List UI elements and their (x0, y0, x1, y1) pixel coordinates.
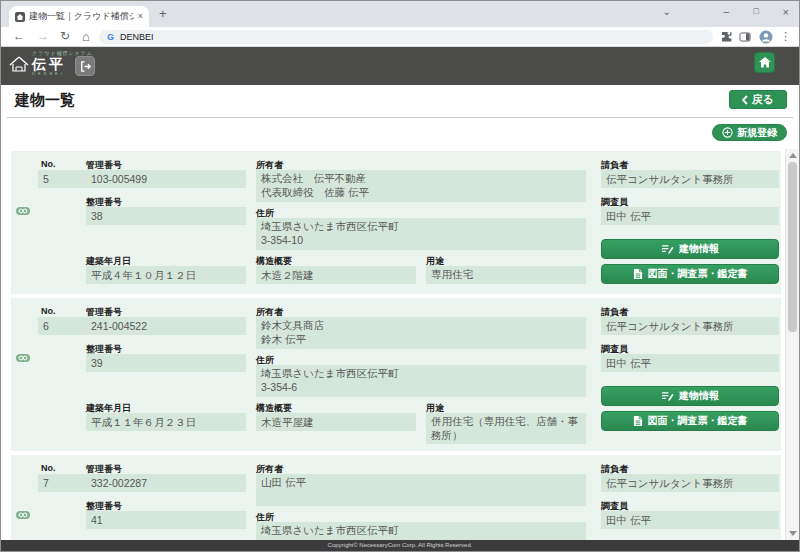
favicon-denbei-icon (15, 12, 25, 22)
contractor-value: 伝平コンサルタント事務所 (601, 170, 779, 188)
no-value: 5 (38, 170, 88, 188)
building-info-label: 建物情報 (679, 389, 719, 403)
contractor-value: 伝平コンサルタント事務所 (601, 317, 779, 335)
surveyor-value: 田中 伝平 (601, 354, 779, 372)
no-value: 7 (38, 474, 88, 492)
url-text: DENBEI (120, 32, 154, 42)
logout-icon (79, 60, 92, 73)
window-close-button[interactable]: × (783, 7, 789, 18)
chevron-left-icon (742, 95, 748, 105)
usage-value: 併用住宅（専用住宅、店舗・事務所） (426, 413, 586, 444)
built-date-value: 平成１１年６月２３日 (86, 413, 246, 431)
reload-icon[interactable]: ↻ (60, 29, 70, 45)
new-tab-button[interactable]: + (159, 6, 167, 21)
back-icon[interactable]: ← (13, 29, 25, 45)
tab-close-icon[interactable]: × (138, 12, 143, 21)
scroll-down-icon[interactable] (789, 531, 797, 536)
window-maximize-button[interactable]: □ (754, 7, 759, 16)
address-value: 埼玉県さいたま市西区伝平町 3-354-10 (256, 218, 586, 250)
new-registration-label: 新規登録 (737, 126, 777, 140)
browser-toolbar: ← → ↻ ⌂ G DENBEI ⋮ (1, 27, 799, 47)
owner-value: 山田 伝平 (256, 474, 586, 506)
tab-title: 建物一覧｜クラウド補償システム 伝平 (29, 10, 134, 23)
forward-icon[interactable]: → (37, 29, 49, 45)
ref-no-value: 38 (86, 207, 246, 225)
browser-home-icon[interactable]: ⌂ (82, 29, 90, 46)
usage-value: 専用住宅 (426, 266, 586, 284)
contractor-value: 伝平コンサルタント事務所 (601, 474, 779, 492)
document-icon (633, 415, 643, 427)
home-icon (759, 57, 771, 68)
profile-avatar[interactable] (759, 30, 773, 44)
house-logo-icon (9, 56, 29, 72)
back-button-label: 戻る (752, 92, 774, 107)
google-icon: G (107, 33, 114, 42)
app-home-button[interactable] (754, 52, 775, 73)
mgmt-no-value: 241-004522 (86, 317, 246, 335)
building-record: No. 6 管理番号 241-004522 整理番号 39 所有者 鈴木文具商店… (11, 298, 781, 451)
no-label: No. (41, 306, 56, 316)
title-divider (7, 117, 793, 118)
app-header: クラウド補償システム 伝平 DENBEI (1, 47, 799, 85)
copyright-footer: Copyright© NecessaryCom Corp. All Rights… (1, 540, 799, 551)
back-button[interactable]: 戻る (729, 90, 787, 109)
window-minimize-button[interactable]: – (723, 7, 729, 17)
building-record: No. 5 管理番号 103-005499 整理番号 38 所有者 株式会社 伝… (11, 151, 781, 294)
built-date-value: 平成４年１０月１２日 (86, 266, 246, 284)
side-panel-icon[interactable] (739, 31, 751, 43)
documents-button[interactable]: 図面・調査票・鑑定書 (601, 411, 779, 431)
address-bar[interactable]: G DENBEI (99, 30, 713, 44)
owner-value: 鈴木文具商店 鈴木 伝平 (256, 317, 586, 349)
scrollbar-thumb[interactable] (788, 162, 797, 332)
building-info-button[interactable]: 建物情報 (601, 386, 779, 406)
documents-button[interactable]: 図面・調査票・鑑定書 (601, 264, 779, 284)
building-list: No. 5 管理番号 103-005499 整理番号 38 所有者 株式会社 伝… (1, 149, 799, 540)
structure-value: 木造２階建 (256, 266, 416, 284)
no-label: No. (41, 463, 56, 473)
page-content: 建物一覧 戻る 新規登録 No. 5 管理番号 103-005499 整理番号 … (1, 85, 799, 540)
building-info-label: 建物情報 (679, 242, 719, 256)
mgmt-no-value: 332-002287 (86, 474, 246, 492)
browser-menu-icon[interactable]: ⋮ (780, 30, 791, 42)
ref-no-value: 39 (86, 354, 246, 372)
scroll-up-icon[interactable] (789, 153, 797, 158)
documents-label: 図面・調査票・鑑定書 (648, 414, 748, 428)
surveyor-value: 田中 伝平 (601, 207, 779, 225)
building-record: No. 7 管理番号 332-002287 整理番号 41 所有者 山田 伝平 … (11, 455, 781, 540)
building-info-button[interactable]: 建物情報 (601, 239, 779, 259)
structure-value: 木造平屋建 (256, 413, 416, 431)
ref-no-value: 41 (86, 511, 246, 529)
page-title: 建物一覧 (15, 91, 75, 110)
edit-list-icon (661, 244, 674, 255)
logout-button[interactable] (75, 56, 95, 76)
link-icon (16, 207, 30, 215)
documents-label: 図面・調査票・鑑定書 (648, 267, 748, 281)
link-icon (16, 354, 30, 362)
surveyor-value: 田中 伝平 (601, 511, 779, 529)
browser-tab-bar: 建物一覧｜クラウド補償システム 伝平 × + ⌄ – □ × (1, 1, 799, 27)
edit-list-icon (661, 391, 674, 402)
link-icon (16, 511, 30, 519)
no-value: 6 (38, 317, 88, 335)
plus-circle-icon (722, 127, 733, 138)
no-label: No. (41, 159, 56, 169)
owner-value: 株式会社 伝平不動産 代表取締役 佐藤 伝平 (256, 170, 586, 202)
new-registration-button[interactable]: 新規登録 (712, 124, 787, 141)
vertical-scrollbar[interactable] (785, 149, 799, 540)
extensions-icon[interactable] (721, 31, 733, 43)
tab-search-chevron-icon[interactable]: ⌄ (663, 7, 671, 17)
address-value: 埼玉県さいたま市西区伝平町 3-354-6 (256, 365, 586, 397)
address-value: 埼玉県さいたま市西区伝平町 3-355-1 (256, 522, 586, 540)
browser-window: 建物一覧｜クラウド補償システム 伝平 × + ⌄ – □ × ← → ↻ ⌂ G… (0, 0, 800, 552)
document-icon (633, 268, 643, 280)
mgmt-no-value: 103-005499 (86, 170, 246, 188)
browser-tab[interactable]: 建物一覧｜クラウド補償システム 伝平 × (9, 6, 149, 27)
